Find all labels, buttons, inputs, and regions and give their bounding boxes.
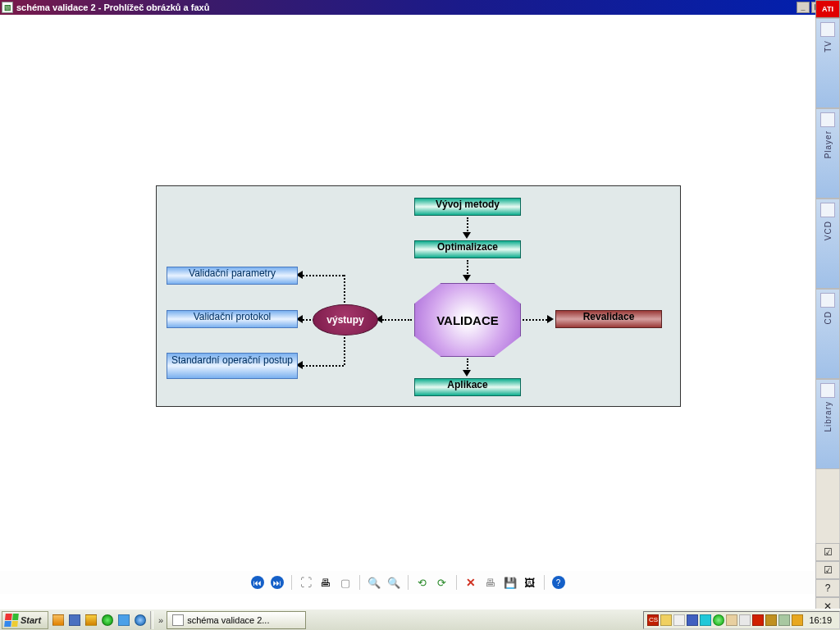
quicklaunch-overflow[interactable]: » — [155, 615, 167, 625]
tray-icon-2[interactable] — [673, 614, 685, 626]
open-icon: 🖼 — [524, 577, 535, 589]
ql-icon-6 — [135, 614, 146, 626]
tray-icon-10[interactable] — [778, 614, 790, 626]
fit-icon: ⛶ — [300, 576, 312, 589]
ati-player-label: Player — [824, 130, 833, 158]
player-icon — [820, 112, 835, 127]
windows-logo-icon — [4, 614, 19, 627]
ati-sidebar: ATI TV Player VCD CD Library ☑ ☑ ? ✕ — [815, 0, 840, 615]
box-output-1: Validační parametry — [167, 267, 298, 285]
ati-vcd-button[interactable]: VCD — [815, 199, 840, 289]
quicklaunch-3[interactable] — [84, 613, 98, 628]
tray-icon-3[interactable] — [687, 614, 698, 626]
taskbar-task-active[interactable]: schéma validace 2... — [167, 611, 306, 629]
cd-icon — [820, 293, 835, 308]
ati-mini-help[interactable]: ? — [815, 579, 840, 597]
ati-mini-2[interactable]: ☑ — [815, 561, 840, 579]
system-tray: CS 16:19 — [643, 611, 840, 629]
slideshow-icon: ▢ — [340, 577, 350, 589]
ati-cd-button[interactable]: CD — [815, 289, 840, 379]
ati-logo[interactable]: ATI — [815, 0, 840, 18]
box-vyvoj: Vývoj metody — [414, 198, 521, 216]
print-icon: 🖶 — [320, 577, 331, 589]
ati-library-label: Library — [824, 401, 833, 432]
vcd-icon — [820, 203, 835, 217]
zoomin-icon: 🔍 — [368, 577, 381, 589]
ati-cd-label: CD — [824, 311, 833, 324]
ati-mini-1[interactable]: ☑ — [815, 543, 840, 561]
quicklaunch-1[interactable] — [51, 613, 66, 628]
tray-icon-8[interactable] — [752, 614, 764, 626]
copy-icon: 🖶 — [485, 577, 495, 589]
box-revalidace: Revalidace — [555, 310, 662, 328]
tray-lang[interactable]: CS — [647, 614, 659, 626]
open-with-button[interactable]: 🖼 — [522, 574, 538, 591]
tray-icon-11[interactable] — [792, 614, 803, 626]
prev-button[interactable]: ⏮ — [249, 574, 266, 591]
save-button[interactable]: 💾 — [502, 574, 518, 591]
ql-icon-5 — [118, 614, 130, 626]
fit-button[interactable]: ⛶ — [298, 574, 314, 591]
zoomin-button[interactable]: 🔍 — [366, 574, 382, 591]
prev-icon: ⏮ — [251, 576, 264, 589]
tray-icon-6[interactable] — [726, 614, 737, 626]
ellipse-vystupy: výstupy — [313, 304, 378, 336]
ql-icon-1 — [52, 614, 64, 626]
minimize-button[interactable]: _ — [797, 2, 810, 13]
start-label: Start — [21, 615, 41, 625]
box-validace: VALIDACE — [414, 283, 521, 357]
tray-icon-4[interactable] — [700, 614, 711, 626]
box-optimalizace: Optimalizace — [414, 240, 521, 258]
save-icon: 💾 — [504, 577, 517, 589]
window-title: schéma validace 2 - Prohlížeč obrázků a … — [16, 2, 209, 12]
ati-tv-button[interactable]: TV — [815, 18, 840, 108]
quicklaunch-2[interactable] — [67, 613, 82, 628]
quicklaunch-6[interactable] — [133, 613, 148, 628]
tray-icon-7[interactable] — [739, 614, 751, 626]
tray-icon-9[interactable] — [765, 614, 777, 626]
box-output-2: Validační protokol — [167, 310, 298, 328]
start-button[interactable]: Start — [2, 611, 48, 629]
ati-tv-label: TV — [824, 40, 833, 52]
viewer-toolbar: ⏮ ⏭ ⛶ 🖶 ▢ 🔍 🔍 ⟲ ⟳ ✕ 🖶 💾 🖼 ? — [0, 571, 815, 594]
titlebar: ▧ schéma validace 2 - Prohlížeč obrázků … — [0, 0, 840, 15]
ati-vcd-label: VCD — [824, 221, 833, 240]
help-button[interactable]: ? — [550, 574, 567, 591]
ql-icon-2 — [69, 614, 80, 626]
app-icon: ▧ — [2, 2, 13, 13]
taskbar: Start » schéma validace 2... CS 16:19 — [0, 609, 840, 630]
slideshow-button[interactable]: ▢ — [337, 574, 354, 591]
diagram: Vývoj metody Optimalizace VALIDACE Aplik… — [156, 185, 681, 407]
next-button[interactable]: ⏭ — [269, 574, 285, 591]
zoomout-icon: 🔍 — [387, 577, 400, 589]
task-icon — [172, 614, 184, 626]
delete-button[interactable]: ✕ — [463, 574, 479, 591]
ati-library-button[interactable]: Library — [815, 379, 840, 469]
help-icon: ? — [552, 576, 565, 589]
task-label: schéma validace 2... — [187, 615, 269, 625]
ati-player-button[interactable]: Player — [815, 108, 840, 199]
rotate-right-icon: ⟳ — [437, 577, 446, 589]
clock[interactable]: 16:19 — [805, 615, 836, 625]
box-output-3: Standardní operační postup — [167, 353, 298, 379]
tray-icon-1[interactable] — [660, 614, 672, 626]
image-viewer: Vývoj metody Optimalizace VALIDACE Aplik… — [0, 15, 815, 594]
rotate-right-button[interactable]: ⟳ — [434, 574, 450, 591]
library-icon — [820, 383, 835, 398]
ql-icon-3 — [85, 614, 97, 626]
delete-icon: ✕ — [466, 576, 476, 589]
print-button[interactable]: 🖶 — [317, 574, 334, 591]
tv-icon — [820, 22, 835, 37]
copy-button[interactable]: 🖶 — [482, 574, 499, 591]
next-icon: ⏭ — [271, 576, 284, 589]
ql-icon-4 — [102, 614, 113, 626]
quicklaunch-5[interactable] — [116, 613, 131, 628]
rotate-left-icon: ⟲ — [418, 577, 427, 589]
tray-icon-5[interactable] — [713, 614, 724, 626]
quicklaunch-4[interactable] — [100, 613, 115, 628]
box-aplikace: Aplikace — [414, 378, 521, 396]
zoomout-button[interactable]: 🔍 — [386, 574, 402, 591]
rotate-left-button[interactable]: ⟲ — [414, 574, 431, 591]
